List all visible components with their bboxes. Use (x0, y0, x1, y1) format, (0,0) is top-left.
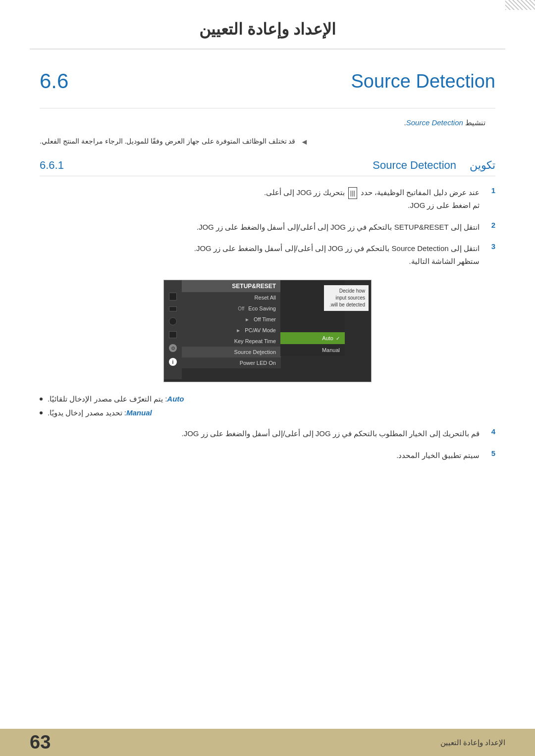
menu-item-pcav: PC/AV Mode ► (182, 325, 281, 336)
bullet-manual: Manual: تحديد مصدر إدخال يدويًا. (40, 408, 466, 417)
menu-item-reset-label: Reset All (255, 295, 276, 301)
warning-note: ◄ قد تختلف الوظائف المتوفرة على جهاز الع… (40, 137, 495, 147)
step-3: 3 انتقل إلى Source Detection بالتحكم في … (40, 242, 495, 267)
step1-text-line2: ثم اضغط على زر JOG. (408, 201, 480, 209)
section-divider (40, 108, 495, 108)
steps-container: 1 عند عرض دليل المفاتيح الوظيفية، حدد ||… (40, 186, 495, 267)
menu-item-sourcedetect: Source Detection (182, 347, 281, 357)
icon-clock (169, 317, 177, 325)
bullet-auto-text: Auto: يتم التعرّف على مصدر الإدخال تلقائ… (48, 395, 184, 403)
check-mark: ✓ (336, 336, 340, 341)
sub-section-title: Source Detection (373, 159, 456, 172)
bullet-auto: Auto: يتم التعرّف على مصدر الإدخال تلقائ… (40, 395, 466, 403)
step-number-4: 4 (485, 427, 495, 436)
step-number-5: 5 (485, 449, 495, 457)
page-footer: 63 الإعداد وإعادة التعيين (0, 729, 535, 756)
menu-item-eco-label: Eco Saving (248, 305, 276, 311)
menu-item-keyrepeat-label: Key Repeat Time (234, 338, 276, 344)
sub-section-heading: 6.6.1 Source Detection تكوين (40, 159, 495, 176)
sub-menu-auto-label: Auto (322, 335, 333, 341)
ui-screenshot: ⚙ i SETUP&RESET Reset All Eco Saving Off… (163, 280, 372, 382)
section-number: 6.6 (40, 69, 68, 93)
page-header-title: الإعداد وإعادة التعيين (199, 20, 336, 38)
menu-item-offtimer-arrow: ► (245, 317, 250, 322)
step-4: 4 قم بالتحريك إلى الخيار المطلوب بالتحكم… (40, 427, 495, 440)
footer-page-number: 63 (30, 732, 51, 753)
bullet-manual-desc: تحديد مصدر إدخال يدويًا. (48, 408, 124, 417)
bullet-auto-desc: يتم التعرّف على مصدر الإدخال تلقائيًا. (48, 395, 165, 403)
icon-gear: ⚙ (169, 344, 177, 352)
footer-text: الإعداد وإعادة التعيين (440, 738, 505, 747)
menu-panel: SETUP&RESET Reset All Eco Saving Off Off… (182, 280, 281, 368)
step-number-2: 2 (485, 221, 495, 229)
menu-item-powerled-label: Power LED On (240, 360, 276, 366)
bullet-manual-term: Manual (126, 408, 152, 417)
activation-note: تنشيط Source Detection. (40, 118, 485, 127)
menu-item-offtimer: Off Timer ► (182, 314, 281, 325)
menu-item-keyrepeat: Key Repeat Time (182, 336, 281, 347)
warning-text: قد تختلف الوظائف المتوفرة على جهاز العرض… (40, 137, 295, 145)
step-text-4: قم بالتحريك إلى الخيار المطلوب بالتحكم ف… (40, 427, 480, 440)
menu-item-eco: Eco Saving Off (182, 303, 281, 314)
bullet-dot-manual (40, 411, 43, 414)
menu-header: SETUP&RESET (182, 280, 281, 292)
activation-en: Source Detection (406, 118, 463, 127)
icon-lines (169, 306, 177, 311)
sub-menu-manual-label: Manual (322, 347, 340, 353)
icon-monitor (169, 331, 177, 338)
menu-item-offtimer-label: Off Timer (254, 316, 276, 322)
section-title: Source Detection (351, 71, 496, 92)
sub-section-number: 6.6.1 (40, 159, 64, 172)
menu-item-reset: Reset All (182, 292, 281, 303)
bullet-auto-term: Auto (167, 395, 184, 403)
section-heading: 6.6 Source Detection (40, 69, 495, 93)
step1-text-after: عند عرض دليل المفاتيح الوظيفية، حدد ||| … (264, 188, 480, 197)
tooltip-box: Decide how input sources will be detecte… (324, 285, 369, 311)
menu-item-pcav-label: PC/AV Mode (245, 327, 276, 333)
step-text-3: انتقل إلى Source Detection بالتحكم في زر… (40, 242, 480, 267)
icon-square (169, 293, 177, 301)
step-1: 1 عند عرض دليل المفاتيح الوظيفية، حدد ||… (40, 186, 495, 212)
menu-item-sourcedetect-label: Source Detection (234, 349, 276, 355)
step-5: 5 سيتم تطبيق الخيار المحدد. (40, 449, 495, 462)
sub-menu-manual: Manual (280, 344, 345, 356)
menu-item-pcav-arrow: ► (236, 328, 241, 333)
step-text-5: سيتم تطبيق الخيار المحدد. (40, 449, 480, 462)
warning-icon: ◄ (300, 138, 308, 147)
menu-item-eco-value: Off (238, 306, 244, 311)
step-number-3: 3 (485, 242, 495, 251)
step1-box: ||| (348, 187, 357, 199)
icon-info: i (169, 358, 177, 366)
step3-line1: انتقل إلى Source Detection بالتحكم في زر… (194, 244, 480, 252)
main-content: 6.6 Source Detection تنشيط Source Detect… (0, 50, 535, 520)
step-text-2: انتقل إلى SETUP&RESET بالتحكم في زر JOG … (40, 221, 480, 234)
top-stripe (505, 0, 535, 10)
bullet-list: Auto: يتم التعرّف على مصدر الإدخال تلقائ… (40, 395, 466, 417)
page-header: الإعداد وإعادة التعيين (30, 0, 505, 50)
menu-item-powerled: Power LED On (182, 357, 281, 368)
step-text-1: عند عرض دليل المفاتيح الوظيفية، حدد ||| … (40, 186, 480, 212)
step-2: 2 انتقل إلى SETUP&RESET بالتحكم في زر JO… (40, 221, 495, 234)
step3-line2: ستظهر الشاشة التالية. (409, 257, 480, 265)
sub-menu-auto: ✓ Auto (280, 332, 345, 344)
bullet-manual-text: Manual: تحديد مصدر إدخال يدويًا. (48, 408, 152, 417)
bullet-dot-auto (40, 398, 43, 401)
step-number-1: 1 (485, 186, 495, 195)
sub-section-title-prefix: تكوين (470, 159, 495, 172)
tooltip-text: Decide how input sources will be detecte… (329, 288, 365, 307)
activation-text: تنشيط (463, 118, 485, 127)
